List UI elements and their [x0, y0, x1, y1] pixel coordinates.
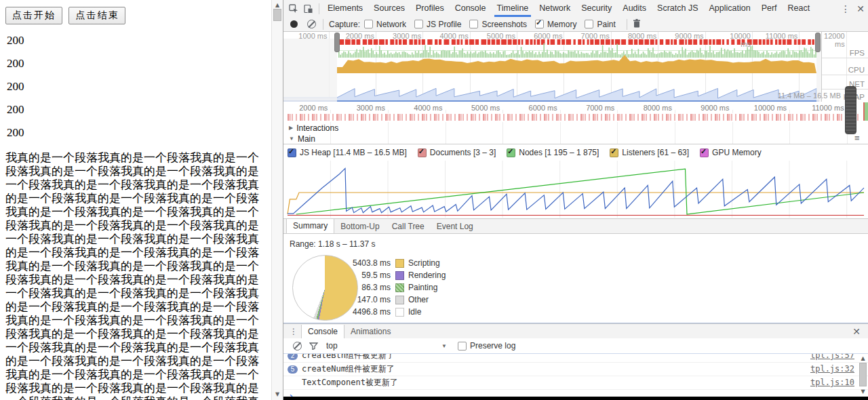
collapsed-triangle-icon[interactable]: ▶ — [289, 125, 293, 131]
ruler-tick — [330, 110, 331, 113]
devtools-tab-timeline[interactable]: Timeline — [492, 0, 534, 17]
scroll-down-arrow-icon[interactable]: ▼ — [272, 391, 283, 399]
detail-tab-summary[interactable]: Summary — [286, 218, 334, 233]
colored-checkbox-icon[interactable] — [418, 148, 427, 157]
start-button[interactable]: 点击开始 — [5, 7, 62, 24]
source-link[interactable]: tpl.js:32 — [810, 363, 854, 376]
execution-context-selector[interactable]: top ▼ — [326, 341, 447, 351]
colored-checkbox-icon[interactable] — [507, 148, 515, 157]
counter-legend-documents[interactable]: Documents [3 – 3] — [418, 148, 496, 157]
capture-checkbox-js-profile[interactable]: JS Profile — [414, 20, 461, 29]
console-scrollbar[interactable]: ▲ ▼ — [858, 354, 868, 397]
ruler-tick-label: 7000 ms — [575, 104, 614, 112]
legend-swatch-icon — [395, 259, 404, 268]
devtools-tab-audits[interactable]: Audits — [617, 0, 652, 17]
checkbox-icon[interactable] — [585, 20, 593, 28]
section-menu-icon[interactable]: ≡ — [854, 133, 860, 143]
drawer-tab-animations[interactable]: Animations — [344, 325, 397, 339]
preserve-log-checkbox[interactable]: Preserve log — [458, 341, 515, 351]
side-label-row: FPS — [822, 32, 868, 58]
checkbox-icon[interactable] — [364, 20, 373, 28]
console-scrollbar-thumb[interactable] — [859, 363, 867, 386]
range-label: Range: 1.18 s – 11.37 s — [290, 239, 376, 249]
colored-checkbox-icon[interactable] — [700, 148, 709, 157]
bottom-bar — [283, 397, 868, 400]
detail-tab-event-log[interactable]: Event Log — [431, 220, 479, 233]
overview-ruler-tick-label: 9000 ms — [671, 32, 704, 40]
selection-handle-left[interactable] — [334, 33, 340, 52]
summary-category-label: Other — [408, 295, 429, 304]
detail-tab-call-tree[interactable]: Call Tree — [386, 220, 431, 233]
capture-option-label: Network — [376, 20, 406, 29]
drawer-tab-console[interactable]: Console — [301, 325, 344, 339]
selection-handle-right[interactable] — [815, 33, 821, 52]
page-scrollbar-thumb[interactable] — [273, 9, 281, 21]
devtools-tab-perf[interactable]: Perf — [756, 0, 783, 17]
filter-icon[interactable] — [306, 339, 321, 353]
side-label-row: CPU — [822, 58, 868, 75]
repeat-count-badge: 5 — [288, 365, 298, 374]
summary-time: 5403.8 ms — [332, 258, 391, 268]
scroll-up-arrow-icon[interactable]: ▲ — [858, 355, 868, 363]
clear-recording-icon[interactable] — [307, 20, 316, 28]
detail-tab-bottom-up[interactable]: Bottom-Up — [334, 220, 385, 233]
devtools-tab-sources[interactable]: Sources — [368, 0, 410, 17]
message-text: TextComponent被更新了 — [302, 376, 810, 389]
device-toolbar-icon[interactable] — [301, 2, 316, 16]
devtools-tab-scratch-js[interactable]: Scratch JS — [652, 0, 703, 17]
timeline-overview[interactable]: 1000 ms2000 ms3000 ms4000 ms5000 ms6000 … — [283, 32, 868, 102]
console-messages[interactable]: 2createBtn组件被更新了tpl.js:575createNum组件被更新… — [283, 354, 868, 397]
colored-checkbox-icon[interactable] — [288, 148, 296, 157]
drawer-menu-icon[interactable]: ⋮ — [286, 325, 301, 338]
source-link[interactable]: tpl.js:10 — [810, 376, 854, 389]
capture-checkbox-network[interactable]: Network — [364, 20, 406, 29]
clear-console-icon[interactable] — [293, 342, 302, 351]
track-label-cpu: CPU — [848, 66, 865, 74]
scroll-down-arrow-icon[interactable]: ▼ — [858, 388, 868, 396]
counter-label: Nodes [1 195 – 1 875] — [519, 148, 599, 157]
expanded-triangle-icon[interactable]: ▼ — [289, 136, 294, 142]
capture-checkbox-memory[interactable]: Memory — [535, 20, 576, 29]
screen: 点击开始 点击结束 200200200200200 我真的是一个段落我真的是一个… — [0, 0, 868, 400]
record-icon[interactable] — [290, 20, 298, 28]
devtools-tab-console[interactable]: Console — [450, 0, 492, 17]
overview-shade-left — [283, 39, 337, 102]
web-page: 点击开始 点击结束 200200200200200 我真的是一个段落我真的是一个… — [0, 0, 271, 400]
memory-counters-chart[interactable] — [283, 161, 868, 219]
end-button[interactable]: 点击结束 — [68, 7, 125, 24]
page-scrollbar[interactable]: ▲ ▼ — [271, 0, 283, 400]
separator — [319, 3, 319, 14]
legend-swatch-icon — [395, 308, 404, 317]
source-link[interactable]: tpl.js:57 — [810, 354, 854, 362]
status-value: 200 — [7, 34, 271, 47]
detail-tabs: SummaryBottom-UpCall TreeEvent Log — [283, 219, 868, 234]
overview-scrollbar-thumb[interactable] — [845, 86, 856, 134]
capture-checkbox-screenshots[interactable]: Screenshots — [469, 20, 527, 29]
more-menu-icon[interactable]: ⋮ — [838, 2, 853, 16]
devtools-tab-application[interactable]: Application — [704, 0, 756, 17]
counter-legend-listeners[interactable]: Listeners [61 – 63] — [610, 148, 689, 157]
devtools-tab-elements[interactable]: Elements — [322, 0, 368, 17]
capture-checkbox-paint[interactable]: Paint — [585, 20, 615, 29]
checkbox-icon[interactable] — [469, 20, 478, 28]
checkbox-icon[interactable] — [535, 20, 544, 28]
main-section-header[interactable]: ▼ Main — [283, 134, 868, 144]
summary-pane: Range: 1.18 s – 11.37 s 5403.8 msScripti… — [283, 234, 868, 323]
inspect-element-icon[interactable] — [286, 2, 301, 16]
checkbox-icon[interactable] — [458, 342, 467, 351]
checkbox-icon[interactable] — [414, 20, 423, 28]
counter-legend-gpu-memory[interactable]: GPU Memory — [700, 148, 762, 157]
devtools-tab-network[interactable]: Network — [534, 0, 576, 17]
interactions-section-header[interactable]: ▶ Interactions — [283, 123, 868, 133]
console-prompt[interactable]: › — [283, 390, 868, 397]
close-devtools-icon[interactable]: ✕ — [853, 2, 868, 16]
counter-legend-nodes[interactable]: Nodes [1 195 – 1 875] — [507, 148, 599, 157]
devtools-tab-profiles[interactable]: Profiles — [410, 0, 450, 17]
overview-ruler-tick-label: 5000 ms — [483, 32, 515, 40]
trash-icon[interactable] — [633, 19, 641, 30]
devtools-tab-react[interactable]: React — [783, 0, 816, 17]
devtools-tab-security[interactable]: Security — [576, 0, 617, 17]
counter-legend-js-heap[interactable]: JS Heap [11.4 MB – 16.5 MB] — [288, 148, 407, 157]
colored-checkbox-icon[interactable] — [610, 148, 618, 157]
close-drawer-icon[interactable]: ✕ — [849, 325, 864, 338]
